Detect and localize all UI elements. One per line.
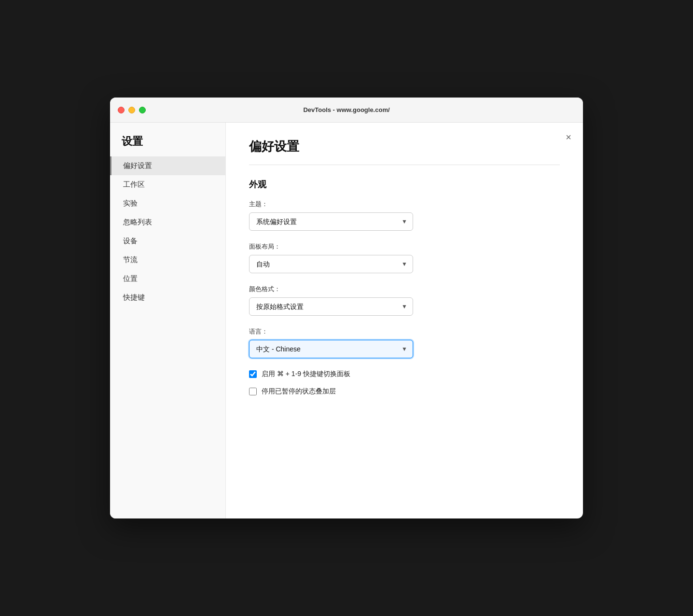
panel-layout-field-group: 面板布局： 自动 水平 垂直 ▼ [249,242,560,273]
titlebar: DevTools - www.google.com/ [110,98,583,123]
language-field-group: 语言： 中文 - Chinese English 日本語 한국어 Françai… [249,327,560,358]
panel-layout-label: 面板布局： [249,242,560,251]
checkbox-shortcuts-label[interactable]: 启用 ⌘ + 1-9 快捷键切换面板 [262,370,350,378]
sidebar-item-experiments[interactable]: 实验 [110,194,225,213]
page-title: 偏好设置 [249,138,560,155]
minimize-traffic-light[interactable] [128,107,135,113]
sidebar-item-devices[interactable]: 设备 [110,232,225,251]
panel-layout-select-wrapper: 自动 水平 垂直 ▼ [249,255,413,273]
sidebar-item-shortcuts[interactable]: 快捷键 [110,288,225,307]
checkbox-paused-overlay[interactable] [249,388,257,395]
sidebar: 设置 偏好设置 工作区 实验 忽略列表 设备 节流 位置 快 [110,123,226,518]
traffic-lights [118,107,146,113]
theme-field-group: 主题： 系统偏好设置 浅色 深色 ▼ [249,200,560,231]
sidebar-item-workspace[interactable]: 工作区 [110,175,225,194]
language-select[interactable]: 中文 - Chinese English 日本語 한국어 Français De… [249,340,413,358]
maximize-traffic-light[interactable] [139,107,146,113]
section-appearance-title: 外观 [249,179,560,190]
color-format-field-group: 颜色格式： 按原始格式设置 HEX RGB HSL ▼ [249,285,560,316]
devtools-window: DevTools - www.google.com/ 设置 偏好设置 工作区 实… [110,98,583,518]
window-title: DevTools - www.google.com/ [303,106,389,113]
close-traffic-light[interactable] [118,107,125,113]
checkbox-row-shortcuts: 启用 ⌘ + 1-9 快捷键切换面板 [249,370,560,378]
checkbox-shortcuts[interactable] [249,370,257,378]
language-select-wrapper: 中文 - Chinese English 日本語 한국어 Français De… [249,340,413,358]
main-panel: × 偏好设置 外观 主题： 系统偏好设置 浅色 深色 ▼ 面板布局： [226,123,583,518]
color-format-select[interactable]: 按原始格式设置 HEX RGB HSL [249,297,413,316]
title-divider [249,165,560,165]
theme-label: 主题： [249,200,560,209]
checkbox-paused-overlay-label[interactable]: 停用已暂停的状态叠加层 [262,387,336,396]
theme-select[interactable]: 系统偏好设置 浅色 深色 [249,212,413,231]
checkbox-row-paused: 停用已暂停的状态叠加层 [249,387,560,396]
theme-select-wrapper: 系统偏好设置 浅色 深色 ▼ [249,212,413,231]
color-format-label: 颜色格式： [249,285,560,294]
sidebar-item-locations[interactable]: 位置 [110,269,225,288]
sidebar-item-preferences[interactable]: 偏好设置 [110,156,225,175]
window-content: 设置 偏好设置 工作区 实验 忽略列表 设备 节流 位置 快 [110,123,583,518]
sidebar-heading: 设置 [110,134,225,156]
color-format-select-wrapper: 按原始格式设置 HEX RGB HSL ▼ [249,297,413,316]
sidebar-item-ignorelist[interactable]: 忽略列表 [110,213,225,232]
close-button[interactable]: × [564,130,573,144]
sidebar-item-throttling[interactable]: 节流 [110,251,225,269]
language-label: 语言： [249,327,560,336]
panel-layout-select[interactable]: 自动 水平 垂直 [249,255,413,273]
